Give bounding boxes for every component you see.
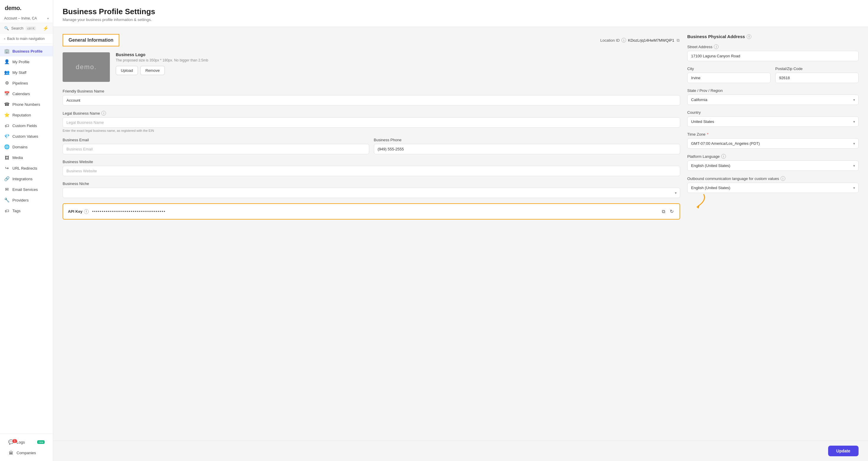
business-niche-label: Business Niche [63, 181, 680, 186]
street-info-icon[interactable]: i [714, 44, 718, 49]
outbound-language-info-icon[interactable]: i [781, 176, 785, 181]
sidebar-item-logs[interactable]: 💬 Logs 1 new [4, 437, 49, 448]
location-id-info-icon[interactable]: i [621, 38, 626, 42]
page-title: Business Profile Settings [63, 7, 859, 16]
outbound-language-select-wrapper: English (United States) [687, 183, 859, 193]
logo-title: Business Logo [116, 52, 680, 57]
phone-numbers-icon: ☎ [4, 102, 9, 107]
sidebar-item-label: Custom Values [12, 134, 49, 139]
timezone-select[interactable]: GMT-07:00 America/Los_Angeles (PDT) [687, 138, 859, 149]
sidebar-item-business-profile[interactable]: 🏢 Business Profile [0, 46, 53, 56]
sidebar-item-reputation[interactable]: ⭐ Reputation [0, 110, 53, 120]
api-key-value: •••••••••••••••••••••••••••••••••••••• [92, 209, 657, 214]
reputation-icon: ⭐ [4, 112, 9, 118]
sidebar-item-integrations[interactable]: 🔗 Integrations [0, 173, 53, 184]
logo-section: demo. Business Logo The proposed size is… [63, 52, 680, 82]
business-email-input[interactable] [63, 144, 369, 154]
custom-fields-icon: 🏷 [4, 123, 9, 128]
legal-name-group: Legal Business Name i Enter the exact le… [63, 111, 680, 133]
sidebar-item-media[interactable]: 🖼 Media [0, 152, 53, 163]
country-select[interactable]: United States [687, 116, 859, 127]
sidebar-item-custom-values[interactable]: 💎 Custom Values [0, 131, 53, 142]
search-bar[interactable]: 🔍 Search ctrl K ⚡ [0, 23, 53, 34]
sidebar-item-url-redirects[interactable]: ↪ URL Redirects [0, 163, 53, 173]
logo-preview-text: demo. [75, 63, 97, 71]
api-key-actions: ⧉ ↻ [661, 208, 675, 215]
sidebar-item-email-services[interactable]: ✉ Email Services [0, 184, 53, 195]
search-label: Search [11, 26, 23, 30]
city-input[interactable] [687, 73, 771, 83]
sidebar-item-companies[interactable]: 🏛 Companies [4, 448, 49, 458]
sidebar-item-my-staff[interactable]: 👥 My Staff [0, 67, 53, 78]
sidebar-item-label: Business Profile [12, 49, 49, 54]
sidebar-nav: 🏢 Business Profile 👤 My Profile 👥 My Sta… [0, 44, 53, 434]
sidebar-item-my-profile[interactable]: 👤 My Profile [0, 56, 53, 67]
platform-language-select[interactable]: English (United States) [687, 161, 859, 171]
api-key-copy-button[interactable]: ⧉ [661, 208, 666, 215]
outbound-language-group: Outbound communication language for cust… [687, 176, 859, 193]
outbound-language-select[interactable]: English (United States) [687, 183, 859, 193]
logo-info: Business Logo The proposed size is 350px… [116, 52, 680, 75]
physical-address-info-icon[interactable]: i [747, 34, 751, 39]
sidebar-item-label: Custom Fields [12, 123, 49, 128]
business-website-input[interactable] [63, 166, 680, 176]
api-key-label: API Key i [68, 209, 89, 214]
street-address-input[interactable] [687, 51, 859, 61]
city-postal-row: City Postal/Zip Code [687, 66, 859, 88]
state-select[interactable]: California [687, 94, 859, 105]
friendly-name-input[interactable] [63, 95, 680, 106]
business-niche-select[interactable] [63, 188, 680, 198]
city-label: City [687, 66, 771, 71]
left-panel: General Information Location ID i KDozLr… [63, 34, 680, 220]
sidebar-item-domains[interactable]: 🌐 Domains [0, 142, 53, 152]
platform-language-info-icon[interactable]: i [721, 154, 726, 159]
notification-badge: 1 [12, 439, 17, 443]
sidebar-item-label: Integrations [12, 177, 49, 181]
media-icon: 🖼 [4, 155, 9, 160]
country-group: Country United States [687, 110, 859, 127]
business-niche-select-wrapper [63, 188, 680, 198]
state-group: State / Prov / Region California [687, 88, 859, 105]
state-select-wrapper: California [687, 94, 859, 105]
city-group: City [687, 66, 771, 83]
upload-button[interactable]: Upload [116, 66, 138, 75]
legal-name-input[interactable] [63, 117, 680, 128]
sidebar: demo. Account -- Irvine, CA ▾ 🔍 Search c… [0, 0, 53, 461]
postal-group: Postal/Zip Code [775, 66, 859, 83]
sidebar-item-label: Calendars [12, 92, 49, 96]
timezone-group: Time Zone * GMT-07:00 America/Los_Angele… [687, 132, 859, 149]
sidebar-item-calendars[interactable]: 📅 Calendars [0, 88, 53, 99]
legal-name-info-icon[interactable]: i [101, 111, 106, 116]
back-navigation[interactable]: ‹ Back to main navigation [0, 34, 53, 44]
sidebar-item-phone-numbers[interactable]: ☎ Phone Numbers [0, 99, 53, 110]
sidebar-item-label: Companies [17, 451, 44, 455]
location-id-label: Location ID [600, 38, 620, 42]
api-key-refresh-button[interactable]: ↻ [669, 208, 675, 215]
content-area: General Information Location ID i KDozLr… [53, 27, 868, 441]
remove-button[interactable]: Remove [140, 66, 164, 75]
update-button[interactable]: Update [828, 445, 859, 456]
back-arrow-icon: ‹ [4, 37, 5, 41]
sidebar-item-custom-fields[interactable]: 🏷 Custom Fields [0, 120, 53, 131]
sidebar-item-providers[interactable]: 🔧 Providers [0, 195, 53, 205]
custom-values-icon: 💎 [4, 134, 9, 139]
business-profile-icon: 🏢 [4, 49, 9, 54]
sidebar-item-pipelines[interactable]: ⚙ Pipelines [0, 78, 53, 88]
logo-buttons: Upload Remove [116, 66, 680, 75]
api-key-info-icon[interactable]: i [84, 209, 89, 214]
location-id-copy-button[interactable]: ⧉ [676, 37, 680, 44]
my-profile-icon: 👤 [4, 59, 9, 64]
sidebar-item-label: Domains [12, 145, 49, 149]
legal-name-hint: Enter the exact legal business name, as … [63, 129, 680, 133]
business-email-group: Business Email [63, 138, 369, 154]
postal-input[interactable] [775, 73, 859, 83]
sidebar-item-tags[interactable]: 🏷 Tags [0, 205, 53, 216]
timezone-label: Time Zone * [687, 132, 859, 137]
account-selector[interactable]: Account -- Irvine, CA ▾ [0, 14, 53, 23]
bolt-icon: ⚡ [43, 25, 49, 31]
country-label: Country [687, 110, 859, 115]
url-redirects-icon: ↪ [4, 166, 9, 171]
companies-icon: 🏛 [8, 450, 13, 455]
postal-label: Postal/Zip Code [775, 66, 859, 71]
business-phone-input[interactable] [374, 144, 680, 154]
